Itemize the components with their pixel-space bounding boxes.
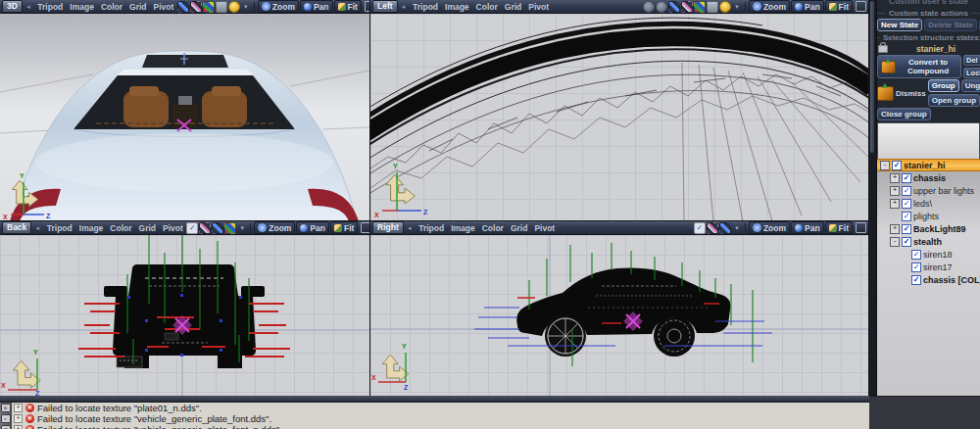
menu-color[interactable]: Color [107, 223, 135, 233]
textured-view-icon[interactable] [224, 222, 236, 234]
tree-item-siren17[interactable]: ✓siren17 [877, 261, 980, 273]
snap-toggle-icon[interactable] [186, 222, 198, 234]
menu-image[interactable]: Image [442, 2, 473, 12]
visibility-checkbox[interactable]: ✓ [911, 275, 921, 285]
textured-view-icon[interactable] [694, 1, 706, 13]
menu-color[interactable]: Color [478, 223, 507, 233]
menu-image[interactable]: Image [67, 2, 98, 12]
wireframe-pen-icon[interactable] [719, 222, 731, 234]
pan-button[interactable]: Pan [300, 0, 333, 13]
viewport-menu-arrow-icon[interactable]: ◄ [31, 225, 43, 231]
convert-to-compound-button[interactable]: Convert to Compound [877, 55, 961, 78]
menu-pivot[interactable]: Pivot [160, 223, 187, 233]
expand-toggle-icon[interactable]: + [890, 186, 900, 196]
close-log-icon[interactable]: × [1, 404, 11, 412]
viewport-menu-arrow-icon[interactable]: ◄ [398, 4, 410, 10]
menu-pivot[interactable]: Pivot [525, 2, 553, 12]
group-button[interactable]: Group [928, 79, 959, 92]
maximize-viewport-icon[interactable] [856, 1, 866, 12]
display-dropdown-icon[interactable]: ▼ [732, 4, 742, 10]
viewport-label-3d[interactable]: 3D [2, 0, 23, 13]
expand-log-icon[interactable]: + [14, 425, 23, 429]
menu-image[interactable]: Image [75, 223, 107, 233]
pan-button[interactable]: Pan [791, 221, 824, 234]
zoom-button[interactable]: Zoom [258, 0, 299, 13]
lock-button[interactable]: Lock [963, 68, 980, 78]
menu-grid[interactable]: Grid [501, 2, 524, 12]
tree-item-stealth[interactable]: -✓stealth [877, 235, 980, 248]
wireframe-pen-icon[interactable] [668, 1, 680, 13]
viewport-label-left[interactable]: Left [372, 0, 398, 13]
viewport-right-canvas[interactable]: Y X Z [370, 235, 868, 396]
log-page-icon[interactable]: ▫ [1, 414, 11, 423]
viewport-menu-arrow-icon[interactable]: ◄ [23, 4, 34, 10]
log-list-icon[interactable]: ≡ [1, 425, 11, 429]
del-button[interactable]: Del [963, 55, 980, 66]
wireframe-pen-icon[interactable] [177, 1, 189, 13]
maximize-viewport-icon[interactable] [365, 1, 369, 12]
expand-toggle-icon[interactable]: + [890, 173, 900, 183]
viewport-left-canvas[interactable]: Y X Z [370, 14, 868, 220]
close-group-button[interactable]: Close group [877, 108, 931, 120]
menu-grid[interactable]: Grid [507, 223, 530, 233]
tree-item-siren18[interactable]: ✓siren18 [877, 248, 980, 261]
scene-hierarchy-tree[interactable]: -✓stanier_hi+✓chassis+✓upper bar lights+… [877, 159, 980, 396]
maximize-viewport-icon[interactable] [361, 222, 369, 233]
visibility-checkbox[interactable]: ✓ [892, 161, 902, 170]
wireframe-pen-icon[interactable] [212, 222, 223, 234]
visibility-checkbox[interactable]: ✓ [902, 237, 911, 247]
visibility-checkbox[interactable]: ✓ [911, 250, 921, 260]
display-dropdown-icon[interactable]: ▼ [732, 225, 742, 231]
menu-tripod[interactable]: Tripod [34, 2, 67, 12]
expand-toggle-icon[interactable]: - [880, 161, 890, 170]
menu-tripod[interactable]: Tripod [43, 223, 75, 233]
zoom-button[interactable]: Zoom [749, 0, 790, 13]
fit-button[interactable]: Fit [825, 0, 853, 13]
log-entry[interactable]: +Failed to locate texture "vehicle_gener… [12, 413, 869, 424]
tree-item-backlight89[interactable]: +✓BackLight89 [877, 222, 980, 235]
viewport-menu-arrow-icon[interactable]: ◄ [404, 225, 416, 231]
menu-tripod[interactable]: Tripod [416, 223, 448, 233]
tree-item-upper-bar-lights[interactable]: +✓upper bar lights [877, 184, 980, 197]
expand-log-icon[interactable]: + [14, 404, 23, 412]
menu-pivot[interactable]: Pivot [150, 2, 177, 12]
menu-image[interactable]: Image [448, 223, 479, 233]
orbit-view-icon[interactable] [656, 1, 667, 13]
lighting-icon[interactable] [719, 1, 731, 13]
maximize-viewport-icon[interactable] [856, 222, 866, 233]
menu-grid[interactable]: Grid [135, 223, 159, 233]
zoom-button[interactable]: Zoom [749, 221, 790, 234]
display-dropdown-icon[interactable]: ▼ [241, 4, 251, 10]
zoom-button[interactable]: Zoom [254, 221, 295, 234]
menu-color[interactable]: Color [97, 2, 125, 12]
tree-item-chassis[interactable]: +✓chassis [877, 171, 980, 184]
expand-toggle-icon[interactable]: + [890, 224, 900, 234]
menu-pivot[interactable]: Pivot [531, 223, 559, 233]
expand-toggle-icon[interactable]: - [890, 237, 900, 247]
ungroup-button[interactable]: Ungroup [961, 79, 980, 92]
tree-item-chassis-col[interactable]: ✓chassis [COL] [877, 273, 980, 286]
menu-grid[interactable]: Grid [126, 2, 150, 12]
tree-item-plights[interactable]: ✓plights [877, 210, 980, 222]
pan-button[interactable]: Pan [296, 221, 329, 234]
open-group-button[interactable]: Open group [928, 94, 980, 107]
lock-icon[interactable] [878, 45, 888, 53]
visibility-checkbox[interactable]: ✓ [902, 186, 911, 196]
fit-button[interactable]: Fit [334, 0, 362, 13]
menu-tripod[interactable]: Tripod [410, 2, 442, 12]
sidebar-scrollbar[interactable] [869, 0, 877, 396]
snap-toggle-icon[interactable] [694, 222, 706, 234]
log-entry[interactable]: +Failed to locate texture "plate01_n.dds… [12, 403, 869, 413]
menu-color[interactable]: Color [472, 2, 501, 12]
viewport-label-right[interactable]: Right [372, 221, 404, 234]
expand-toggle-icon[interactable]: + [890, 199, 900, 209]
visibility-checkbox[interactable]: ✓ [902, 199, 911, 209]
polygon-pen-icon[interactable] [681, 1, 693, 13]
flat-shade-icon[interactable] [707, 1, 718, 13]
delete-state-button[interactable]: Delete State [924, 19, 977, 31]
rotate-view-icon[interactable] [643, 1, 655, 13]
expand-log-icon[interactable]: + [14, 414, 23, 423]
visibility-checkbox[interactable]: ✓ [902, 224, 911, 234]
log-entry[interactable]: +Failed to locate texture "vehicle_gener… [12, 424, 869, 429]
dismiss-compound-control[interactable]: Dismiss [877, 79, 926, 107]
